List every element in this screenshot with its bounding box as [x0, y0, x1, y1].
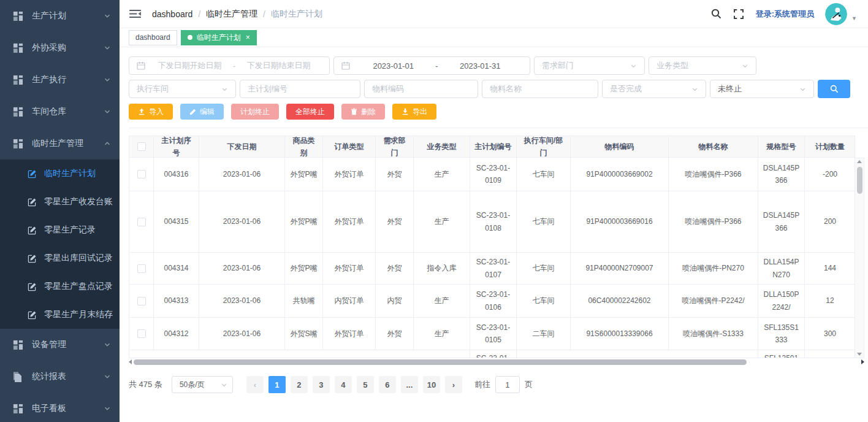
edit-square-icon: [28, 282, 37, 291]
select-all-checkbox[interactable]: [137, 142, 146, 151]
sidebar-item-5[interactable]: 设备管理: [0, 329, 120, 361]
action-button-5[interactable]: 导出: [392, 104, 436, 120]
sidebar-subitem-5[interactable]: 零星生产月末结存: [0, 301, 120, 329]
action-button-1[interactable]: 编辑: [180, 104, 224, 120]
sidebar-item-7[interactable]: 电子看板: [0, 393, 120, 422]
cell: 91P4000003669002: [571, 158, 669, 191]
action-button-4[interactable]: 删除: [341, 104, 385, 120]
row-checkbox[interactable]: [137, 297, 146, 305]
table-row-partial[interactable]: SC-23-01-01SFL1350100: [129, 350, 855, 358]
horizontal-scroll-thumb[interactable]: [134, 359, 747, 365]
scroll-up-arrow-icon[interactable]: [857, 160, 862, 163]
sidebar-item-1[interactable]: 外协采购: [0, 32, 120, 64]
scroll-left-arrow-icon[interactable]: [129, 359, 132, 364]
row-checkbox[interactable]: [137, 218, 146, 226]
cell: 喷油嘴偶件-P2242/: [669, 285, 758, 317]
scroll-right-arrow-icon[interactable]: [861, 359, 864, 364]
table-row[interactable]: 0043122023-01-06外贸S嘴外贸订单外贸生产SC-23-01-010…: [129, 318, 855, 350]
edit-square-icon: [28, 310, 37, 320]
cell: 外贸P嘴: [285, 191, 323, 252]
sidebar-item-2[interactable]: 生产执行: [0, 64, 120, 96]
column-header-4: 需求部门: [376, 136, 414, 157]
sidebar-item-0[interactable]: 生产计划: [0, 0, 120, 32]
sidebar-item-label: 外协采购: [32, 42, 66, 53]
vertical-scroll-thumb[interactable]: [857, 167, 862, 194]
page-button-3[interactable]: 3: [313, 376, 330, 393]
user-menu-caret-icon[interactable]: ▼: [851, 15, 857, 21]
cell: 004314: [154, 253, 199, 284]
table-row[interactable]: 0043162023-01-06外贸P嘴外贸订单外贸生产SC-23-01-010…: [129, 158, 855, 191]
chevron-down-icon: [221, 86, 228, 93]
tab-0[interactable]: dashboard: [129, 30, 177, 45]
tab-label: 临时生产计划: [197, 33, 241, 43]
table-row[interactable]: 0043132023-01-06共轨嘴内贸订单内贸生产SC-23-01-0106…: [129, 285, 855, 318]
page-button-10[interactable]: 10: [423, 376, 440, 393]
sidebar-subitem-3[interactable]: 零星出库回试记录: [0, 244, 120, 272]
login-user-label[interactable]: 登录:系统管理员: [756, 9, 814, 20]
row-checkbox[interactable]: [137, 329, 146, 338]
sidebar-collapse-icon[interactable]: [129, 9, 141, 18]
page-button-6[interactable]: 6: [379, 376, 396, 393]
table-row[interactable]: 0043142023-01-06外贸P嘴外贸订单外贸指令入库SC-23-01-0…: [129, 253, 855, 285]
vertical-scrollbar[interactable]: [855, 158, 864, 358]
date-range-picker-filled[interactable]: 2023-01-01 - 2023-01-31: [333, 56, 530, 75]
cell: 12: [805, 285, 855, 317]
plan-no-input[interactable]: 主计划编号: [240, 80, 360, 98]
cell: 2023-01-06: [199, 191, 285, 252]
finished-select[interactable]: 是否完成: [602, 80, 706, 98]
action-button-3[interactable]: 全部终止: [286, 104, 334, 120]
material-code-input[interactable]: 物料编码: [364, 80, 478, 98]
action-button-0[interactable]: 导入: [129, 104, 173, 120]
cell: 2023-01-06: [199, 318, 285, 350]
page-size-select[interactable]: 50条/页: [172, 376, 233, 393]
sidebar-item-6[interactable]: 统计报表: [0, 361, 120, 393]
search-button[interactable]: [818, 80, 850, 98]
workshop-select[interactable]: 执行车间: [129, 80, 236, 98]
action-button-2[interactable]: 计划终止: [231, 104, 279, 120]
tag-tabs-bar: dashboard临时生产计划×: [120, 28, 868, 47]
row-checkbox[interactable]: [137, 264, 146, 273]
chevron-down-icon: [630, 63, 637, 69]
scroll-down-arrow-icon[interactable]: [857, 353, 862, 356]
sidebar-item-4[interactable]: 临时生产管理: [0, 128, 120, 159]
search-icon[interactable]: [711, 9, 721, 19]
breadcrumb-item-1[interactable]: 临时生产管理: [206, 9, 257, 20]
sidebar-subitem-0[interactable]: 临时生产计划: [0, 159, 120, 188]
avatar[interactable]: [825, 3, 847, 25]
sidebar-subitem-4[interactable]: 零星生产盘点记录: [0, 272, 120, 301]
page-button-1[interactable]: 1: [268, 376, 286, 393]
action-button-label: 删除: [361, 107, 376, 117]
column-header-10: 规格型号: [758, 136, 805, 157]
cell: 91S6000013339066: [571, 318, 669, 350]
page-ellipsis[interactable]: ...: [401, 376, 418, 393]
tab-close-icon[interactable]: ×: [246, 34, 250, 41]
tab-1[interactable]: 临时生产计划×: [181, 30, 257, 45]
page-button-2[interactable]: 2: [291, 376, 308, 393]
goto-page-input[interactable]: 1: [495, 376, 520, 393]
action-button-label: 编辑: [200, 107, 215, 117]
action-button-label: 计划终止: [240, 107, 270, 117]
fullscreen-icon[interactable]: [734, 9, 744, 19]
cell: 内贸订单: [323, 285, 376, 317]
material-name-input[interactable]: 物料名称: [482, 80, 598, 98]
biz-type-select[interactable]: 业务类型: [649, 56, 756, 75]
breadcrumb-item-2[interactable]: 临时生产计划: [271, 9, 322, 20]
dept-select[interactable]: 需求部门: [534, 56, 645, 75]
cell: DLLA150P2242/: [758, 285, 805, 317]
row-checkbox[interactable]: [137, 170, 146, 178]
date-start-value: 2023-01-01: [351, 61, 435, 71]
page-button-5[interactable]: 5: [357, 376, 374, 393]
terminate-status-select[interactable]: 未终止: [710, 80, 814, 98]
horizontal-scrollbar[interactable]: [129, 358, 864, 366]
next-page-button[interactable]: ›: [445, 376, 462, 393]
issue-date-range-picker[interactable]: 下发日期开始日期 - 下发日期结束日期: [129, 56, 330, 75]
prev-page-button[interactable]: ‹: [246, 376, 264, 393]
breadcrumb-item-0[interactable]: dashboard: [152, 9, 192, 19]
sidebar-subitem-2[interactable]: 零星生产记录: [0, 216, 120, 244]
row-select-cell: [129, 350, 470, 358]
table-row[interactable]: 0043152023-01-06外贸P嘴外贸订单外贸生产SC-23-01-010…: [129, 191, 855, 253]
sidebar-item-3[interactable]: 车间仓库: [0, 96, 120, 128]
row-select-cell: [129, 318, 154, 350]
page-button-4[interactable]: 4: [335, 376, 352, 393]
sidebar-subitem-1[interactable]: 零星生产收发台账: [0, 188, 120, 216]
